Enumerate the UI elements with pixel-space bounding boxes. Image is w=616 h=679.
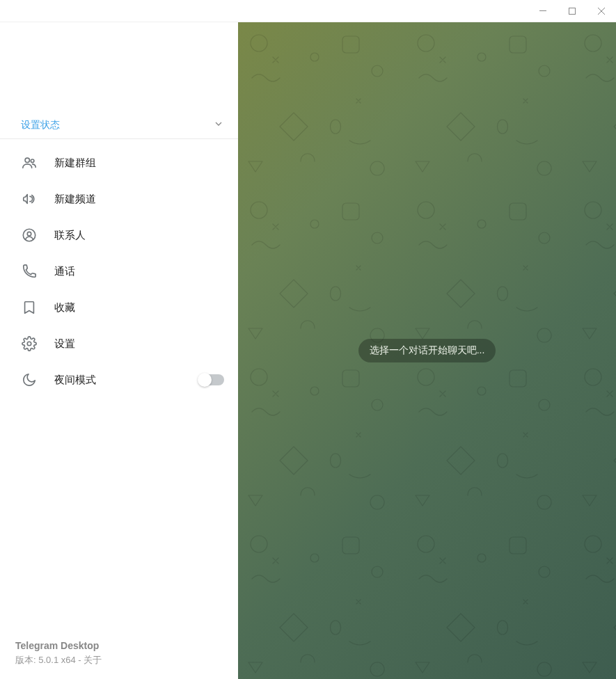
sidebar-header: 设置状态 <box>0 22 238 138</box>
moon-icon <box>21 372 38 388</box>
menu-label-new-group: 新建群组 <box>54 157 96 170</box>
menu-label-calls: 通话 <box>54 265 75 278</box>
phone-icon <box>21 263 38 280</box>
menu-item-saved[interactable]: 收藏 <box>0 289 238 326</box>
bookmark-icon <box>21 299 38 316</box>
close-icon <box>598 8 605 15</box>
svg-point-4 <box>25 158 29 162</box>
svg-point-5 <box>31 159 34 163</box>
sidebar-footer: Telegram Desktop 版本: 5.0.1 x64 - 关于 <box>0 629 238 679</box>
svg-rect-0 <box>539 10 546 11</box>
chevron-down-icon <box>213 118 224 131</box>
close-button[interactable] <box>587 0 616 22</box>
menu-label-night-mode: 夜间模式 <box>54 374 96 387</box>
menu-label-saved: 收藏 <box>54 301 75 314</box>
minimize-icon <box>539 10 546 11</box>
app-name: Telegram Desktop <box>15 640 223 651</box>
minimize-button[interactable] <box>528 0 558 22</box>
menu-label-settings: 设置 <box>54 337 75 351</box>
sidebar-menu: 设置状态 新建群组 新建频道 <box>0 22 238 679</box>
megaphone-icon <box>21 191 38 207</box>
maximize-button[interactable] <box>558 0 587 22</box>
group-icon <box>21 154 38 171</box>
menu-label-contacts: 联系人 <box>54 229 86 242</box>
menu-item-new-channel[interactable]: 新建频道 <box>0 181 238 217</box>
menu-label-new-channel: 新建频道 <box>54 193 96 206</box>
menu-item-calls[interactable]: 通话 <box>0 253 238 289</box>
window-titlebar <box>0 0 616 22</box>
night-mode-toggle[interactable] <box>199 374 224 385</box>
toggle-knob <box>198 373 212 387</box>
set-status-label: 设置状态 <box>21 119 60 131</box>
svg-point-7 <box>27 232 31 236</box>
svg-point-8 <box>27 342 31 346</box>
menu-list: 新建群组 新建频道 联系人 通话 <box>0 139 238 629</box>
svg-rect-1 <box>569 8 576 14</box>
user-icon <box>21 227 38 243</box>
empty-chat-placeholder: 选择一个对话开始聊天吧... <box>358 339 496 362</box>
set-status-row[interactable]: 设置状态 <box>0 111 238 138</box>
menu-item-new-group[interactable]: 新建群组 <box>0 145 238 181</box>
menu-item-contacts[interactable]: 联系人 <box>0 217 238 253</box>
app-version[interactable]: 版本: 5.0.1 x64 - 关于 <box>15 654 223 666</box>
gear-icon <box>21 335 38 352</box>
menu-item-night-mode[interactable]: 夜间模式 <box>0 362 238 398</box>
chat-empty-state: 选择一个对话开始聊天吧... <box>238 22 616 679</box>
maximize-icon <box>569 8 576 15</box>
menu-item-settings[interactable]: 设置 <box>0 326 238 362</box>
